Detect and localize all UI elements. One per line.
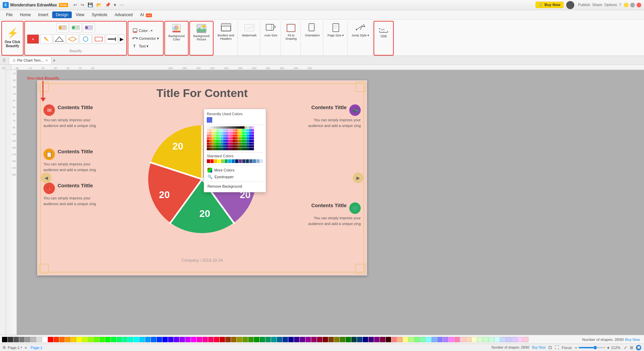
color-cell[interactable] — [226, 148, 228, 150]
palette-color-3[interactable] — [19, 337, 25, 342]
more-colors-action[interactable]: More Colors — [207, 167, 263, 173]
color-cell[interactable] — [249, 148, 252, 150]
beautify-btn-3[interactable] — [83, 23, 95, 32]
color-cell[interactable] — [207, 140, 209, 142]
color-cell[interactable] — [237, 145, 240, 148]
color-cell[interactable] — [245, 148, 247, 150]
buy-now-button[interactable]: 🛒 Buy Now — [536, 2, 563, 8]
palette-color-90[interactable] — [517, 337, 523, 342]
color-cell[interactable] — [212, 134, 214, 137]
color-cell[interactable] — [214, 142, 216, 145]
color-cell[interactable] — [219, 145, 221, 148]
palette-color-56[interactable] — [323, 337, 328, 342]
menu-insert[interactable]: Insert — [35, 11, 52, 18]
fit-icon[interactable]: ⊡ — [548, 345, 552, 350]
color-cell[interactable] — [235, 140, 237, 142]
std-steel[interactable] — [249, 159, 253, 163]
color-cell[interactable] — [237, 137, 240, 139]
palette-color-75[interactable] — [431, 337, 437, 342]
color-cell[interactable] — [221, 140, 223, 142]
color-cell[interactable] — [214, 137, 216, 139]
page-1-active-tab[interactable]: Page-1 — [29, 346, 44, 350]
palette-color-81[interactable] — [466, 337, 471, 342]
color-cell[interactable] — [242, 142, 245, 145]
color-cell[interactable] — [207, 134, 209, 137]
color-cell[interactable] — [240, 148, 242, 150]
color-cell[interactable] — [228, 132, 230, 134]
color-p1[interactable] — [252, 126, 254, 129]
beautify-btn-4[interactable]: ✕ — [27, 34, 39, 44]
color-cell[interactable] — [230, 140, 233, 142]
palette-color-13[interactable] — [76, 337, 82, 342]
color-cell[interactable] — [245, 132, 247, 134]
palette-color-51[interactable] — [294, 337, 299, 342]
color-cell[interactable] — [209, 129, 212, 131]
palette-color-50[interactable] — [288, 337, 294, 342]
beautify-btn-5[interactable]: ✏️ — [40, 34, 52, 44]
menu-design[interactable]: Design — [52, 11, 71, 18]
palette-color-76[interactable] — [437, 337, 443, 342]
std-cornflower[interactable] — [253, 159, 256, 163]
help-label[interactable]: ? — [619, 3, 621, 7]
color-cell[interactable] — [223, 132, 226, 134]
color-cell[interactable] — [242, 140, 245, 142]
color-cell[interactable] — [242, 132, 245, 134]
color-cell[interactable] — [219, 129, 221, 131]
std-purple[interactable] — [239, 159, 242, 163]
color-button[interactable]: Color - ▾ — [131, 28, 160, 34]
color-cell[interactable] — [252, 148, 254, 150]
palette-color-46[interactable] — [265, 337, 271, 342]
color-cell[interactable] — [249, 137, 252, 139]
focus-label[interactable]: Focus — [562, 346, 572, 350]
color-cell[interactable] — [207, 132, 209, 134]
palette-color-11[interactable] — [65, 337, 70, 342]
menu-advanced[interactable]: Advanced — [111, 11, 136, 18]
palette-color-24[interactable] — [139, 337, 145, 342]
std-cyan[interactable] — [228, 159, 231, 163]
color-cell[interactable] — [212, 129, 214, 131]
palette-color-43[interactable] — [248, 337, 254, 342]
color-cell[interactable] — [237, 132, 240, 134]
color-cell[interactable] — [219, 134, 221, 137]
fit-drawing-button[interactable]: Fit toDrawing — [284, 22, 298, 41]
std-lime[interactable] — [221, 159, 224, 163]
palette-color-39[interactable] — [225, 337, 231, 342]
palette-color-64[interactable] — [368, 337, 374, 342]
color-cell[interactable] — [233, 132, 235, 134]
color-cell[interactable] — [237, 148, 240, 150]
color-cell[interactable] — [242, 137, 245, 139]
color-cell[interactable] — [221, 142, 223, 145]
color-cell[interactable] — [247, 132, 249, 134]
beautify-btn-6[interactable] — [53, 34, 65, 44]
background-picture-button[interactable]: BackgroundPicture — [192, 23, 211, 42]
remove-background-action[interactable]: Remove Background — [207, 183, 263, 189]
color-cell[interactable] — [219, 140, 221, 142]
canvas-container[interactable]: ◀ ▶ Title For Content — [17, 70, 644, 335]
color-cell[interactable] — [214, 132, 216, 134]
palette-color-58[interactable] — [334, 337, 340, 342]
color-cell[interactable] — [221, 137, 223, 139]
palette-color-8[interactable] — [48, 337, 53, 342]
color-cell[interactable] — [235, 145, 237, 148]
color-cell[interactable] — [247, 129, 249, 131]
color-cell[interactable] — [249, 132, 252, 134]
color-cell[interactable] — [240, 142, 242, 145]
pin-button[interactable]: 📌 — [104, 2, 112, 8]
color-cell[interactable] — [209, 142, 212, 145]
palette-color-55[interactable] — [317, 337, 322, 342]
color-cell[interactable] — [216, 137, 219, 139]
palette-color-26[interactable] — [151, 337, 156, 342]
color-cell[interactable] — [228, 148, 230, 150]
palette-color-59[interactable] — [340, 337, 345, 342]
color-cell[interactable] — [252, 137, 254, 139]
palette-color-16[interactable] — [94, 337, 99, 342]
palette-color-57[interactable] — [328, 337, 334, 342]
color-cell[interactable] — [207, 148, 209, 150]
palette-color-42[interactable] — [243, 337, 248, 342]
palette-color-6[interactable] — [36, 337, 42, 342]
text-button[interactable]: T Text ▾ — [131, 43, 160, 49]
palette-color-78[interactable] — [449, 337, 454, 342]
undo-button[interactable]: ↩ — [72, 2, 78, 8]
menu-file[interactable]: File — [3, 11, 16, 18]
connector-button[interactable]: Connector ▾ — [131, 36, 160, 41]
